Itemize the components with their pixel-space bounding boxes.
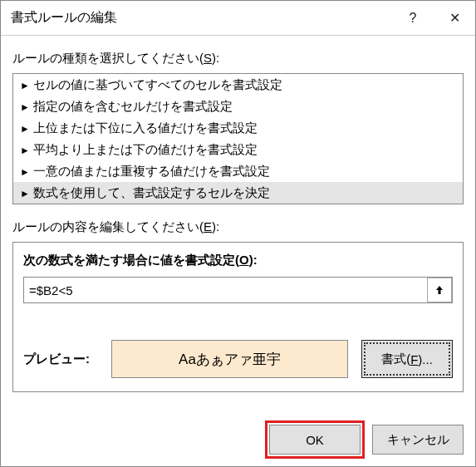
cancel-button-label: キャンセル (387, 432, 449, 448)
rule-content-box: 次の数式を満たす場合に値を書式設定(O): プレビュー: Aaあぁアァ亜宇 (12, 242, 464, 392)
formula-row (23, 277, 453, 303)
format-button-post: )... (418, 352, 433, 366)
arrow-icon: ► (20, 101, 30, 113)
arrow-icon: ► (20, 188, 30, 199)
rule-edit-section: ルールの内容を編集してください(E): 次の数式を満たす場合に値を書式設定(O)… (12, 219, 464, 392)
close-icon: ✕ (449, 10, 460, 26)
dialog-content: ルールの種類を選択してください(S): ►セルの値に基づいてすべてのセルを書式設… (1, 36, 475, 413)
formula-input[interactable] (23, 277, 453, 303)
cancel-button[interactable]: キャンセル (372, 425, 464, 455)
collapse-icon (434, 284, 445, 296)
rule-edit-label: ルールの内容を編集してください(E): (12, 219, 464, 235)
format-button-key: F (410, 352, 418, 366)
format-button[interactable]: 書式(F)... (361, 340, 453, 378)
formula-label-pre: 次の数式を満たす場合に値を書式設定( (23, 253, 239, 267)
rule-edit-label-key: E (204, 219, 212, 234)
close-button[interactable]: ✕ (434, 1, 475, 36)
dialog-title: 書式ルールの編集 (11, 9, 392, 27)
rule-edit-label-post: ): (212, 219, 219, 234)
help-button[interactable]: ? (392, 1, 434, 36)
arrow-icon: ► (20, 80, 30, 91)
preview-row: プレビュー: Aaあぁアァ亜宇 書式(F)... (23, 340, 453, 378)
rule-type-item-label: 平均より上または下の値だけを書式設定 (33, 142, 258, 156)
formula-label: 次の数式を満たす場合に値を書式設定(O): (23, 253, 453, 268)
format-button-pre: 書式( (381, 351, 410, 367)
rule-type-label: ルールの種類を選択してください(S): (12, 51, 464, 66)
rule-type-item[interactable]: ►上位または下位に入る値だけを書式設定 (13, 117, 463, 139)
formula-label-post: ): (249, 253, 258, 267)
rule-type-item[interactable]: ►セルの値に基づいてすべてのセルを書式設定 (13, 74, 463, 96)
rule-type-label-key: S (204, 51, 212, 65)
rule-type-item-label: 指定の値を含むセルだけを書式設定 (33, 99, 233, 113)
help-icon: ? (410, 11, 417, 26)
edit-formatting-rule-dialog: 書式ルールの編集 ? ✕ ルールの種類を選択してください(S): ►セルの値に基… (0, 0, 476, 467)
dialog-button-row: OK キャンセル (1, 413, 475, 466)
rule-type-item-label: 一意の値または重複する値だけを書式設定 (33, 164, 270, 178)
preview-box: Aaあぁアァ亜宇 (111, 340, 348, 378)
rule-type-item[interactable]: ►指定の値を含むセルだけを書式設定 (13, 96, 463, 117)
rule-type-list: ►セルの値に基づいてすべてのセルを書式設定 ►指定の値を含むセルだけを書式設定 … (12, 73, 464, 204)
rule-type-label-pre: ルールの種類を選択してください( (12, 51, 204, 65)
collapse-dialog-button[interactable] (427, 278, 452, 302)
rule-type-item-label: セルの値に基づいてすべてのセルを書式設定 (33, 77, 282, 91)
ok-button[interactable]: OK (269, 425, 361, 455)
arrow-icon: ► (20, 145, 30, 156)
rule-type-item[interactable]: ►平均より上または下の値だけを書式設定 (13, 139, 463, 160)
rule-type-item-label: 数式を使用して、書式設定するセルを決定 (33, 185, 270, 199)
ok-button-label: OK (306, 433, 324, 447)
formula-label-key: O (239, 253, 249, 267)
rule-type-label-post: ): (212, 51, 219, 65)
arrow-icon: ► (20, 123, 30, 135)
rule-type-item[interactable]: ►一意の値または重複する値だけを書式設定 (13, 160, 463, 182)
arrow-icon: ► (20, 166, 30, 178)
rule-edit-label-pre: ルールの内容を編集してください( (12, 219, 204, 234)
preview-text: Aaあぁアァ亜宇 (179, 350, 281, 369)
rule-type-item[interactable]: ►数式を使用して、書式設定するセルを決定 (13, 182, 463, 204)
rule-type-item-label: 上位または下位に入る値だけを書式設定 (33, 120, 258, 135)
preview-label: プレビュー: (23, 351, 98, 367)
titlebar: 書式ルールの編集 ? ✕ (1, 1, 475, 36)
